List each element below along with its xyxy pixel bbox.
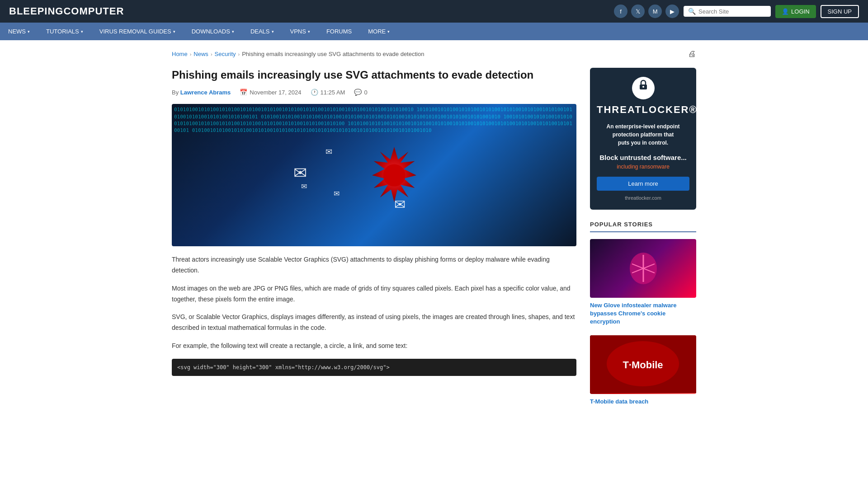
email-icon-5: ✉ <box>394 197 406 212</box>
code-block: <svg width="300" height="300" xmlns="htt… <box>172 359 576 376</box>
logo-bold: COMPUTER <box>63 5 124 17</box>
story-title-2: T-Mobile data breach <box>590 398 696 406</box>
page-wrapper: Home › News › Security › Phishing emails… <box>163 40 705 424</box>
article-meta: By Lawrence Abrams 📅 November 17, 2024 🕐… <box>172 89 576 96</box>
article-para-1: Threat actors increasingly use Scalable … <box>172 254 576 276</box>
article-hero-image: 0101010010101001010100101010010101001010… <box>172 104 576 246</box>
svg-point-3 <box>642 86 644 88</box>
comments-count: 0 <box>364 89 367 96</box>
time-meta: 🕐 11:25 AM <box>311 89 345 96</box>
search-input[interactable] <box>698 8 766 15</box>
nav-deals-arrow: ▾ <box>272 29 274 34</box>
threatlocker-logo-wrap <box>597 77 689 104</box>
social-icons: f 𝕏 M ▶ <box>614 5 679 18</box>
print-icon[interactable]: 🖨 <box>688 49 696 59</box>
twitter-icon[interactable]: 𝕏 <box>631 5 645 18</box>
article-time: 11:25 AM <box>321 89 345 96</box>
ad-block: THREATLOCKER® An enterprise-level endpoi… <box>590 68 696 210</box>
breadcrumb-home[interactable]: Home <box>172 51 188 57</box>
nav-more[interactable]: MORE ▾ <box>360 23 398 40</box>
main-nav: NEWS ▾ TUTORIALS ▾ VIRUS REMOVAL GUIDES … <box>0 23 868 40</box>
article-para-3: SVG, or Scalable Vector Graphics, displa… <box>172 312 576 333</box>
breadcrumb-sep-3: › <box>238 52 240 57</box>
lock-svg <box>637 79 650 91</box>
author-link[interactable]: Lawrence Abrams <box>180 89 231 96</box>
nav-virus-arrow: ▾ <box>173 29 175 34</box>
article-body: Threat actors increasingly use Scalable … <box>172 254 576 376</box>
ad-cta-button[interactable]: Learn more <box>597 177 689 191</box>
ad-brand: THREATLOCKER® <box>597 104 689 116</box>
nav-news[interactable]: NEWS ▾ <box>0 23 38 40</box>
email-icon-2: ✉ <box>326 147 332 157</box>
nav-virus-removal[interactable]: VIRUS REMOVAL GUIDES ▾ <box>91 23 184 40</box>
breadcrumb-security[interactable]: Security <box>215 51 236 57</box>
login-button[interactable]: 👤 LOGIN <box>775 5 816 18</box>
ad-tagline: An enterprise-level endpoint protection … <box>597 122 689 147</box>
article-date: November 17, 2024 <box>250 89 301 96</box>
calendar-icon: 📅 <box>240 89 247 96</box>
site-header: BLEEPINGCOMPUTER f 𝕏 M ▶ 🔍 👤 LOGIN SIGN … <box>0 0 868 23</box>
youtube-icon[interactable]: ▶ <box>665 5 679 18</box>
signup-button[interactable]: SIGN UP <box>821 5 859 18</box>
tmo-thumb-content: T·Mobile <box>590 335 696 394</box>
mastodon-icon[interactable]: M <box>648 5 662 18</box>
search-bar: 🔍 <box>684 6 771 17</box>
tmo-svg: T·Mobile <box>590 335 696 394</box>
email-icon-1: ✉ <box>293 164 307 183</box>
nav-vpns[interactable]: VPNS ▾ <box>282 23 318 40</box>
article-main: Phishing emails increasingly use SVG att… <box>172 68 576 376</box>
breadcrumb: Home › News › Security › Phishing emails… <box>172 49 696 59</box>
lock-icon <box>632 77 655 99</box>
article-para-2: Most images on the web are JPG or PNG fi… <box>172 283 576 305</box>
ad-subheadline: including ransomware <box>597 164 689 170</box>
breadcrumb-current: Phishing emails increasingly use SVG att… <box>242 51 424 57</box>
story-thumb-1 <box>590 239 696 298</box>
hand-svg <box>625 250 661 286</box>
nav-tutorials[interactable]: TUTORIALS ▾ <box>38 23 91 40</box>
story-card-2[interactable]: T·Mobile T-Mobile data breach <box>590 335 696 406</box>
breadcrumb-left: Home › News › Security › Phishing emails… <box>172 51 424 57</box>
nav-tutorials-arrow: ▾ <box>81 29 83 34</box>
sidebar: THREATLOCKER® An enterprise-level endpoi… <box>590 68 696 415</box>
breadcrumb-sep-1: › <box>190 52 192 57</box>
article-title: Phishing emails increasingly use SVG att… <box>172 68 576 82</box>
email-icon-4: ✉ <box>334 189 340 198</box>
date-meta: 📅 November 17, 2024 <box>240 89 301 96</box>
logo-light: BLEEPING <box>9 5 63 17</box>
popular-stories: POPULAR STORIES New Glove infostealer ma… <box>590 221 696 406</box>
email-icon-3: ✉ <box>301 182 307 191</box>
nav-more-arrow: ▾ <box>387 29 390 34</box>
svg-point-1 <box>383 164 406 186</box>
nav-deals[interactable]: DEALS ▾ <box>242 23 282 40</box>
article-para-4: For example, the following text will cre… <box>172 341 576 352</box>
breadcrumb-sep-2: › <box>211 52 212 57</box>
content-layout: Phishing emails increasingly use SVG att… <box>172 68 696 415</box>
svg-text:T·Mobile: T·Mobile <box>623 359 663 371</box>
breadcrumb-news[interactable]: News <box>193 51 208 57</box>
nav-downloads[interactable]: DOWNLOADS ▾ <box>184 23 242 40</box>
nav-news-arrow: ▾ <box>28 29 30 34</box>
comments-meta[interactable]: 💬 0 <box>354 89 367 96</box>
search-icon: 🔍 <box>688 8 696 15</box>
story-title-1: New Glove infostealer malware bypasses C… <box>590 301 696 326</box>
header-right: f 𝕏 M ▶ 🔍 👤 LOGIN SIGN UP <box>614 5 859 18</box>
nav-downloads-arrow: ▾ <box>232 29 234 34</box>
nav-vpns-arrow: ▾ <box>308 29 310 34</box>
author-label: By Lawrence Abrams <box>172 89 231 96</box>
facebook-icon[interactable]: f <box>614 5 627 18</box>
user-icon: 👤 <box>782 8 789 15</box>
story-card-1[interactable]: New Glove infostealer malware bypasses C… <box>590 239 696 326</box>
popular-stories-heading: POPULAR STORIES <box>590 221 696 232</box>
story-thumb-2: T·Mobile <box>590 335 696 394</box>
comment-icon: 💬 <box>354 89 362 96</box>
ad-url: threatlocker.com <box>597 195 689 201</box>
site-logo[interactable]: BLEEPINGCOMPUTER <box>9 5 124 17</box>
nav-forums[interactable]: FORUMS <box>318 23 360 40</box>
clock-icon: 🕐 <box>311 89 318 96</box>
ad-logo: THREATLOCKER® <box>597 77 689 116</box>
ad-headline: Block untrusted software... <box>597 154 689 161</box>
